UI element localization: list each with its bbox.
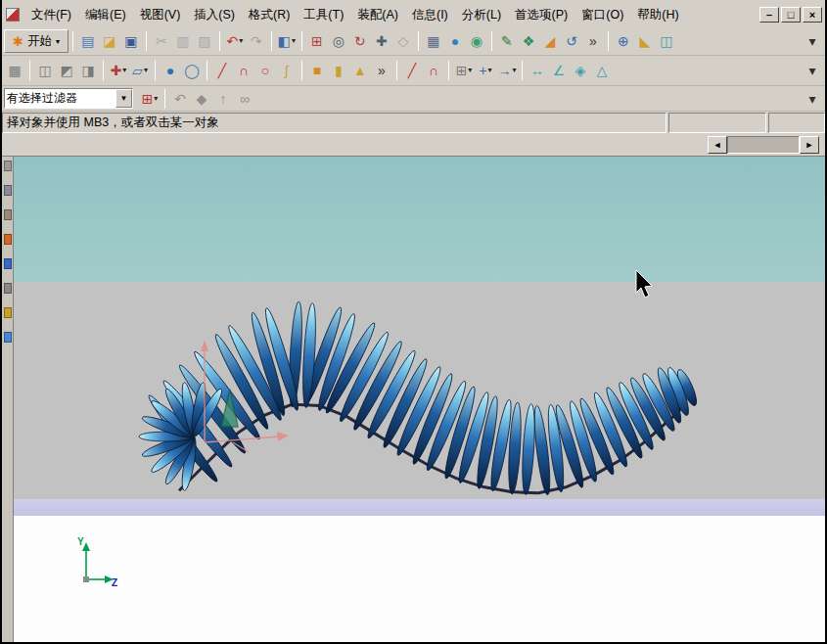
graphics-viewport[interactable]: [14, 157, 825, 642]
combo-dropdown-button[interactable]: ▼: [115, 89, 132, 108]
line-icon[interactable]: ╱: [211, 60, 233, 81]
chevron-down-icon: ▾: [56, 37, 60, 46]
resource-tab-web-browser[interactable]: [4, 258, 12, 269]
arc-icon[interactable]: ∩: [233, 60, 254, 81]
csys-icon[interactable]: +▾: [475, 60, 496, 81]
menu-insert[interactable]: 插入(S): [187, 4, 242, 26]
solid-filter-icon[interactable]: ◆: [191, 88, 212, 110]
resource-tab-part-navigator[interactable]: [4, 209, 12, 220]
chevron-down-icon: ▾: [292, 37, 296, 45]
measure-body-icon[interactable]: ◈: [570, 60, 591, 81]
save-icon[interactable]: ▣: [120, 30, 142, 52]
resource-tab-roles[interactable]: [4, 332, 12, 343]
resource-tab-materials[interactable]: [4, 283, 12, 294]
viewport-horizon-band: [14, 499, 825, 516]
toolbar-options2-icon[interactable]: ▾: [802, 60, 823, 81]
menu-bar: 文件(F)编辑(E)视图(V)插入(S)格式(R)工具(T)装配(A)信息(I)…: [2, 2, 825, 27]
cone-icon[interactable]: ▲: [349, 60, 371, 81]
perspective-icon[interactable]: ◇: [392, 30, 414, 52]
rotate-view-icon[interactable]: ↻: [349, 30, 371, 52]
resource-tab-assembly-navigator[interactable]: [4, 185, 12, 196]
open-icon[interactable]: ◪: [99, 30, 120, 52]
undo-icon[interactable]: ↶▾: [224, 30, 246, 52]
menu-preferences[interactable]: 首选项(P): [508, 4, 574, 26]
cylinder-icon[interactable]: ▮: [328, 60, 349, 81]
sphere-shaded-icon[interactable]: ●: [160, 60, 181, 81]
group-icon[interactable]: ⊞▾: [453, 60, 475, 81]
fit-view-icon[interactable]: ⊞: [306, 30, 328, 52]
chevron-down-icon: ▾: [488, 67, 492, 74]
layout-icon[interactable]: ▦: [4, 60, 25, 81]
overflow-chevron-icon[interactable]: »: [582, 30, 604, 52]
unite-icon[interactable]: ⊕: [613, 30, 634, 52]
display-part-icon[interactable]: ◧▾: [276, 30, 298, 52]
overflow-chevron2-icon[interactable]: »: [371, 60, 392, 81]
minimize-button[interactable]: –: [759, 7, 779, 23]
chevron-down-icon: ▾: [144, 67, 148, 74]
circle-icon[interactable]: ○: [254, 60, 276, 81]
extrude-icon[interactable]: ◢: [539, 30, 561, 52]
toolbar-separator: [219, 31, 220, 51]
new-file-icon[interactable]: ▤: [77, 30, 99, 52]
pane-scroll-left-button[interactable]: ◄: [708, 136, 727, 154]
chain-select-icon[interactable]: ∞: [234, 88, 255, 110]
menu-analysis[interactable]: 分析(L): [455, 4, 508, 26]
menu-format[interactable]: 格式(R): [242, 4, 297, 26]
copy-icon[interactable]: ▥: [172, 30, 194, 52]
toolbar-separator: [301, 61, 302, 80]
shaded-icon[interactable]: ●: [444, 30, 466, 52]
simple-analysis-icon[interactable]: △: [591, 60, 613, 81]
menu-items: 文件(F)编辑(E)视图(V)插入(S)格式(R)工具(T)装配(A)信息(I)…: [24, 4, 686, 26]
toolbar-separator: [155, 61, 156, 80]
revolve-icon[interactable]: ↺: [561, 30, 582, 52]
vector-icon[interactable]: →▾: [496, 60, 518, 81]
measure-angle-icon[interactable]: ∠: [548, 60, 570, 81]
shell-icon[interactable]: ◫: [656, 30, 677, 52]
restore-button[interactable]: □: [781, 7, 801, 23]
paste-icon[interactable]: ▨: [194, 30, 215, 52]
menu-file[interactable]: 文件(F): [24, 4, 78, 26]
close-button[interactable]: ×: [803, 7, 822, 23]
section-view-icon[interactable]: ◨: [77, 60, 99, 81]
cut-icon[interactable]: ✂: [151, 30, 172, 52]
toolbar-options-icon[interactable]: ▾: [802, 30, 823, 52]
studio-render-icon[interactable]: ◉: [466, 30, 487, 52]
menu-edit[interactable]: 编辑(E): [78, 4, 133, 26]
resource-tab-reuse-library[interactable]: [4, 234, 12, 245]
plane-tool-icon[interactable]: ▱▾: [129, 60, 151, 81]
datum-plane-icon[interactable]: ❖: [518, 30, 539, 52]
menu-view[interactable]: 视图(V): [133, 4, 188, 26]
pane-scroll-right-button[interactable]: ►: [800, 136, 819, 154]
edge-blend-icon[interactable]: ◣: [634, 30, 656, 52]
start-button[interactable]: ✱ 开始 ▾: [4, 29, 69, 53]
measure-distance-icon[interactable]: ↔: [527, 60, 548, 81]
toolbar-separator: [491, 31, 492, 51]
up-one-level-icon[interactable]: ↑: [212, 88, 234, 110]
snap-point-icon[interactable]: ⊞▾: [139, 88, 161, 110]
standard-toolbar: ✱ 开始 ▾ ▤◪▣✂▥▨↶▾↷◧▾⊞◎↻✚◇▦●◉✎❖◢↺»⊕◣◫▾: [2, 27, 825, 56]
arc-segment-icon[interactable]: ∩: [423, 60, 444, 81]
undo-selection-icon[interactable]: ↶: [169, 88, 191, 110]
menu-window[interactable]: 窗口(O): [574, 4, 630, 26]
spline-icon[interactable]: ∫: [276, 60, 298, 81]
line-segment-icon[interactable]: ╱: [401, 60, 423, 81]
zoom-icon[interactable]: ◎: [328, 30, 349, 52]
sketch-icon[interactable]: ✎: [496, 30, 518, 52]
menu-help[interactable]: 帮助(H): [630, 4, 685, 26]
resource-tab-history[interactable]: [4, 161, 12, 171]
selection-filter-combo[interactable]: 有选择过滤器 ▼: [4, 88, 133, 109]
sphere-wire-icon[interactable]: ◯: [181, 60, 203, 81]
hidden-edge-icon[interactable]: ◩: [56, 60, 77, 81]
block-icon[interactable]: ■: [306, 60, 328, 81]
menu-assemblies[interactable]: 装配(A): [350, 4, 405, 26]
menu-information[interactable]: 信息(I): [405, 4, 455, 26]
chevron-down-icon: ▾: [239, 37, 243, 45]
display-window-icon[interactable]: ◫: [34, 60, 56, 81]
resource-tab-palettes[interactable]: [4, 307, 12, 318]
redo-icon[interactable]: ↷: [246, 30, 267, 52]
menu-tools[interactable]: 工具(T): [297, 4, 350, 26]
pan-icon[interactable]: ✚: [371, 30, 392, 52]
toolbar-options3-icon[interactable]: ▾: [802, 88, 823, 110]
point-constructor-icon[interactable]: ✚▾: [108, 60, 129, 81]
wireframe-icon[interactable]: ▦: [423, 30, 444, 52]
